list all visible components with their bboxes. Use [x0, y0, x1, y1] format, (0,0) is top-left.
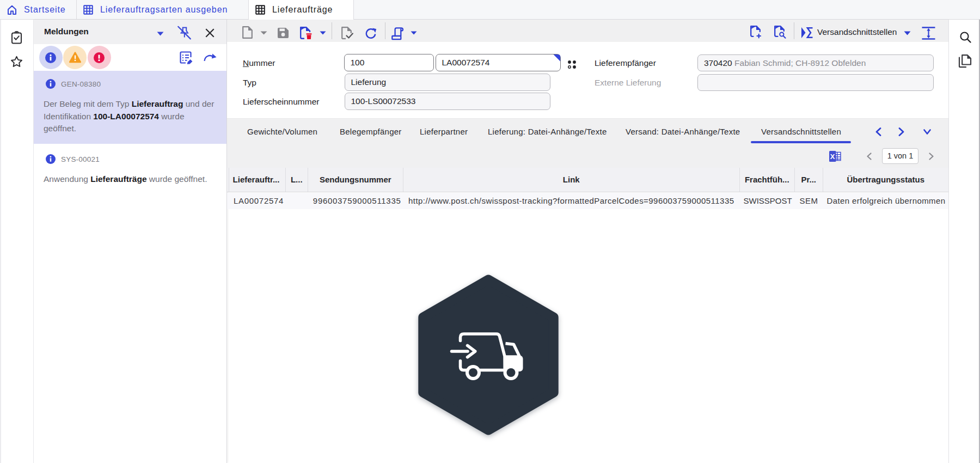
svg-text:X: X	[830, 153, 835, 161]
